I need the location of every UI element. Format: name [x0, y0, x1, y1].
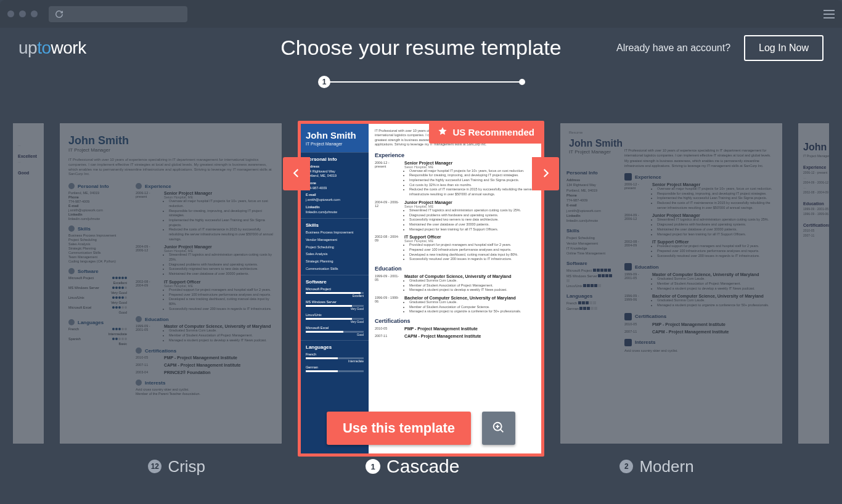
carousel-prev-button[interactable]: [283, 157, 310, 190]
template-label-modern[interactable]: 2 Modern: [619, 456, 693, 477]
experience-icon: [136, 183, 142, 189]
interests-icon: [136, 380, 142, 386]
education-icon: [624, 263, 632, 270]
us-recommended-badge: US Recommended: [429, 121, 544, 144]
template-card-cascade: US Recommended John Smith IT Project Man…: [298, 121, 544, 457]
window-controls: [7, 10, 38, 17]
template-label-crisp[interactable]: 12 Crisp: [148, 456, 205, 477]
languages-icon: [68, 319, 75, 325]
cascade-name: John Smith: [306, 130, 364, 140]
dot-close[interactable]: [7, 10, 14, 17]
interests-icon: [624, 339, 632, 346]
template-label-cascade[interactable]: 1 Cascade: [366, 456, 459, 477]
step-end: [519, 79, 525, 85]
resume-role: IT Project Manager: [68, 147, 273, 153]
template-card-modern[interactable]: Resume John Smith IT Project Manager Per…: [560, 123, 782, 444]
carousel-next-button[interactable]: [532, 157, 559, 190]
step-badge: 1: [318, 76, 330, 88]
dot-maximize[interactable]: [31, 10, 38, 17]
use-template-button[interactable]: Use this template: [327, 412, 471, 445]
have-account-text: Already have an account?: [616, 43, 730, 54]
star-icon: [438, 126, 448, 138]
url-bar[interactable]: [49, 6, 187, 22]
logo-part-up: up: [18, 38, 37, 57]
login-button[interactable]: Log In Now: [744, 35, 824, 61]
resume-summary: IT Professional with over 10 years of ex…: [68, 158, 273, 177]
software-icon: [68, 268, 75, 274]
dot-minimize[interactable]: [19, 10, 26, 17]
logo[interactable]: uptowork: [18, 38, 86, 58]
experience-icon: [624, 173, 632, 181]
template-card-edge-right[interactable]: John Smith IT Project Manager Experience…: [798, 123, 829, 444]
logo-part-to: to: [37, 38, 51, 57]
zoom-button[interactable]: [482, 412, 515, 445]
template-carousel: … Excellent … Good John Smith IT Project…: [0, 123, 842, 457]
cert-icon: [136, 348, 142, 354]
hamburger-icon[interactable]: [824, 10, 835, 18]
chevron-left-icon: [291, 165, 302, 184]
chevron-right-icon: [540, 165, 551, 184]
refresh-icon[interactable]: [55, 10, 63, 18]
education-icon: [136, 316, 142, 322]
cert-icon: [624, 313, 632, 320]
template-labels: 12 Crisp 1 Cascade 2 Modern: [0, 456, 842, 477]
progress-rail: 1: [319, 81, 523, 83]
template-card-edge-left[interactable]: … Excellent … Good: [13, 123, 44, 444]
browser-chrome: [0, 0, 842, 28]
zoom-in-icon: [492, 421, 505, 436]
logo-part-work: work: [51, 38, 86, 57]
resume-name: John Smith: [68, 134, 273, 147]
app-header: uptowork Choose your resume template Alr…: [0, 28, 842, 68]
skills-icon: [68, 226, 75, 232]
person-icon: [68, 183, 75, 189]
template-card-crisp[interactable]: John Smith IT Project Manager IT Profess…: [60, 123, 282, 444]
